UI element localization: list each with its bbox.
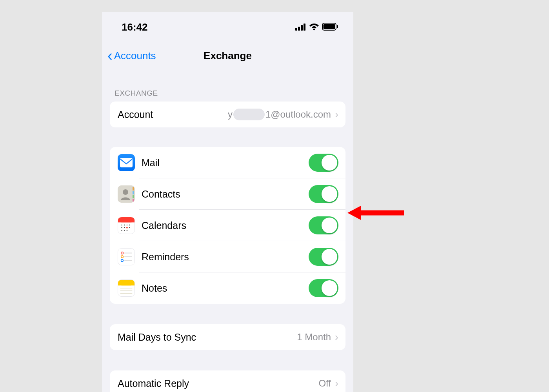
chevron-right-icon: ›: [335, 109, 338, 121]
mail-icon: [118, 154, 135, 171]
status-bar: 16:42: [102, 12, 353, 40]
svg-rect-8: [120, 158, 133, 167]
svg-rect-11: [133, 187, 134, 191]
svg-point-26: [124, 230, 125, 230]
svg-point-20: [127, 225, 127, 225]
mail-days-group: Mail Days to Sync 1 Month ›: [110, 324, 345, 350]
back-label: Accounts: [114, 50, 156, 62]
service-label: Calendars: [142, 220, 309, 231]
status-time: 16:42: [122, 21, 148, 33]
svg-rect-14: [133, 199, 134, 201]
auto-reply-row[interactable]: Automatic Reply Off ›: [110, 370, 345, 392]
toggle-notes[interactable]: [309, 279, 338, 297]
svg-rect-12: [133, 191, 134, 194]
account-value: y 1@outlook.com: [228, 109, 331, 120]
svg-rect-13: [133, 195, 134, 198]
svg-point-22: [121, 227, 122, 228]
service-label: Notes: [142, 283, 309, 294]
svg-rect-1: [298, 27, 300, 31]
svg-point-21: [129, 225, 130, 225]
nav-bar: ‹ Accounts Exchange: [102, 40, 353, 74]
back-button[interactable]: ‹ Accounts: [107, 48, 156, 63]
cellular-icon: [295, 21, 306, 33]
svg-rect-38: [118, 283, 135, 286]
account-row[interactable]: Account y 1@outlook.com ›: [110, 102, 345, 127]
service-label: Reminders: [142, 251, 309, 263]
auto-reply-label: Automatic Reply: [118, 378, 318, 389]
svg-rect-0: [295, 28, 297, 31]
svg-rect-3: [304, 24, 305, 31]
svg-rect-17: [118, 220, 135, 223]
service-row-calendars: Calendars: [110, 210, 345, 241]
auto-reply-group: Automatic Reply Off ›: [110, 370, 345, 392]
service-row-contacts: Contacts: [110, 178, 345, 210]
chevron-left-icon: ‹: [107, 48, 113, 63]
auto-reply-value: Off: [318, 378, 331, 389]
chevron-right-icon: ›: [335, 377, 338, 390]
svg-point-10: [123, 189, 128, 195]
services-group: Mail Contacts Calendars Reminders: [110, 147, 345, 304]
svg-marker-43: [347, 206, 361, 220]
svg-point-25: [121, 230, 122, 230]
svg-point-27: [127, 230, 127, 230]
svg-point-4: [313, 29, 315, 31]
notes-icon: [118, 279, 135, 297]
service-label: Contacts: [142, 189, 309, 200]
toggle-contacts[interactable]: [309, 185, 338, 203]
status-icons: [295, 21, 338, 33]
toggle-mail[interactable]: [309, 154, 338, 172]
service-label: Mail: [142, 157, 309, 169]
mail-days-row[interactable]: Mail Days to Sync 1 Month ›: [110, 324, 345, 350]
svg-point-28: [126, 227, 128, 229]
toggle-reminders[interactable]: [309, 248, 338, 266]
chevron-right-icon: ›: [335, 331, 338, 343]
svg-rect-2: [301, 25, 303, 31]
calendars-icon: [118, 217, 135, 234]
mail-days-label: Mail Days to Sync: [118, 332, 297, 343]
reminders-icon: [118, 248, 135, 265]
account-label: Account: [118, 109, 228, 120]
service-row-notes: Notes: [110, 272, 345, 304]
svg-rect-7: [337, 25, 338, 28]
service-row-reminders: Reminders: [110, 241, 345, 272]
annotation-arrow: [347, 203, 406, 224]
svg-point-23: [124, 227, 125, 228]
contacts-icon: [118, 185, 135, 203]
mail-days-value: 1 Month: [297, 332, 331, 343]
page-title: Exchange: [204, 50, 252, 62]
svg-point-24: [129, 227, 130, 228]
phone-screen: 16:42 ‹ Accounts Exchange EXCHANGE Accou…: [102, 12, 353, 392]
battery-icon: [322, 21, 338, 33]
account-group: Account y 1@outlook.com ›: [110, 102, 345, 127]
service-row-mail: Mail: [110, 147, 345, 178]
redacted-segment: [233, 109, 265, 120]
svg-point-19: [124, 225, 125, 225]
wifi-icon: [309, 21, 319, 33]
svg-rect-6: [324, 24, 335, 29]
toggle-calendars[interactable]: [309, 216, 338, 234]
section-header-exchange: EXCHANGE: [102, 74, 353, 102]
svg-point-18: [121, 225, 122, 225]
